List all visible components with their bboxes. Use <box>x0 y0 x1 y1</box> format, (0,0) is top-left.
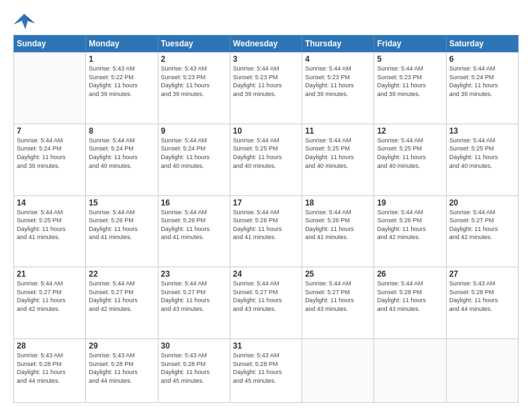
calendar-cell <box>14 52 86 124</box>
calendar-cell: 3Sunrise: 5:44 AM Sunset: 5:23 PM Daylig… <box>230 52 302 124</box>
cell-info: Sunrise: 5:44 AM Sunset: 5:24 PM Dayligh… <box>17 136 83 170</box>
calendar-cell: 1Sunrise: 5:43 AM Sunset: 5:22 PM Daylig… <box>86 52 158 124</box>
cell-info: Sunrise: 5:44 AM Sunset: 5:25 PM Dayligh… <box>233 136 299 170</box>
cell-info: Sunrise: 5:44 AM Sunset: 5:26 PM Dayligh… <box>89 208 154 242</box>
cell-info: Sunrise: 5:44 AM Sunset: 5:27 PM Dayligh… <box>17 279 83 313</box>
cell-info: Sunrise: 5:44 AM Sunset: 5:26 PM Dayligh… <box>161 208 227 242</box>
day-number: 20 <box>449 198 515 208</box>
calendar-cell: 11Sunrise: 5:44 AM Sunset: 5:25 PM Dayli… <box>302 124 374 195</box>
calendar-cell: 24Sunrise: 5:44 AM Sunset: 5:27 PM Dayli… <box>230 267 302 339</box>
logo <box>13 12 38 31</box>
day-number: 27 <box>449 269 515 279</box>
calendar-table: SundayMondayTuesdayWednesdayThursdayFrid… <box>13 35 519 403</box>
cell-info: Sunrise: 5:43 AM Sunset: 5:23 PM Dayligh… <box>161 64 227 98</box>
page: SundayMondayTuesdayWednesdayThursdayFrid… <box>0 0 532 411</box>
calendar-cell: 7Sunrise: 5:44 AM Sunset: 5:24 PM Daylig… <box>14 124 86 195</box>
day-number: 24 <box>233 269 299 279</box>
day-number: 30 <box>161 341 227 351</box>
calendar-week-row: 14Sunrise: 5:44 AM Sunset: 5:25 PM Dayli… <box>14 195 519 267</box>
calendar-cell: 23Sunrise: 5:44 AM Sunset: 5:27 PM Dayli… <box>158 267 230 339</box>
cell-info: Sunrise: 5:44 AM Sunset: 5:24 PM Dayligh… <box>89 136 154 170</box>
calendar-cell: 5Sunrise: 5:44 AM Sunset: 5:23 PM Daylig… <box>374 52 446 124</box>
calendar-cell: 21Sunrise: 5:44 AM Sunset: 5:27 PM Dayli… <box>14 267 86 339</box>
calendar-cell: 12Sunrise: 5:44 AM Sunset: 5:25 PM Dayli… <box>374 124 446 195</box>
calendar-day-header: Sunday <box>14 36 86 52</box>
day-number: 31 <box>233 341 299 351</box>
cell-info: Sunrise: 5:44 AM Sunset: 5:27 PM Dayligh… <box>89 279 154 313</box>
day-number: 5 <box>377 54 443 64</box>
logo-icon <box>13 12 35 31</box>
calendar-day-header: Wednesday <box>230 36 302 52</box>
calendar-day-header: Saturday <box>446 36 518 52</box>
day-number: 3 <box>233 54 299 64</box>
calendar-cell: 18Sunrise: 5:44 AM Sunset: 5:26 PM Dayli… <box>302 195 374 267</box>
cell-info: Sunrise: 5:44 AM Sunset: 5:23 PM Dayligh… <box>377 64 443 98</box>
calendar-day-header: Tuesday <box>158 36 230 52</box>
calendar-cell: 26Sunrise: 5:44 AM Sunset: 5:28 PM Dayli… <box>374 267 446 339</box>
cell-info: Sunrise: 5:44 AM Sunset: 5:24 PM Dayligh… <box>161 136 227 170</box>
calendar-cell: 10Sunrise: 5:44 AM Sunset: 5:25 PM Dayli… <box>230 124 302 195</box>
cell-info: Sunrise: 5:44 AM Sunset: 5:26 PM Dayligh… <box>377 208 443 242</box>
calendar-cell: 25Sunrise: 5:44 AM Sunset: 5:27 PM Dayli… <box>302 267 374 339</box>
cell-info: Sunrise: 5:44 AM Sunset: 5:25 PM Dayligh… <box>305 136 371 170</box>
day-number: 23 <box>161 269 227 279</box>
day-number: 10 <box>233 126 299 136</box>
calendar-cell: 27Sunrise: 5:43 AM Sunset: 5:28 PM Dayli… <box>446 267 518 339</box>
day-number: 19 <box>377 198 443 208</box>
calendar-week-row: 28Sunrise: 5:43 AM Sunset: 5:28 PM Dayli… <box>14 339 519 403</box>
cell-info: Sunrise: 5:44 AM Sunset: 5:23 PM Dayligh… <box>233 64 299 98</box>
calendar-cell: 2Sunrise: 5:43 AM Sunset: 5:23 PM Daylig… <box>158 52 230 124</box>
day-number: 9 <box>161 126 227 136</box>
cell-info: Sunrise: 5:44 AM Sunset: 5:23 PM Dayligh… <box>305 64 371 98</box>
calendar-cell: 4Sunrise: 5:44 AM Sunset: 5:23 PM Daylig… <box>302 52 374 124</box>
cell-info: Sunrise: 5:44 AM Sunset: 5:25 PM Dayligh… <box>377 136 443 170</box>
cell-info: Sunrise: 5:44 AM Sunset: 5:27 PM Dayligh… <box>449 208 515 242</box>
calendar-cell: 19Sunrise: 5:44 AM Sunset: 5:26 PM Dayli… <box>374 195 446 267</box>
calendar-cell <box>446 339 518 403</box>
calendar-cell: 16Sunrise: 5:44 AM Sunset: 5:26 PM Dayli… <box>158 195 230 267</box>
calendar-cell: 28Sunrise: 5:43 AM Sunset: 5:28 PM Dayli… <box>14 339 86 403</box>
day-number: 4 <box>305 54 371 64</box>
calendar-week-row: 1Sunrise: 5:43 AM Sunset: 5:22 PM Daylig… <box>14 52 519 124</box>
cell-info: Sunrise: 5:43 AM Sunset: 5:28 PM Dayligh… <box>233 351 299 385</box>
day-number: 2 <box>161 54 227 64</box>
calendar-cell <box>374 339 446 403</box>
day-number: 1 <box>89 54 154 64</box>
cell-info: Sunrise: 5:43 AM Sunset: 5:28 PM Dayligh… <box>449 279 515 313</box>
day-number: 12 <box>377 126 443 136</box>
calendar-cell: 9Sunrise: 5:44 AM Sunset: 5:24 PM Daylig… <box>158 124 230 195</box>
day-number: 6 <box>449 54 515 64</box>
calendar-day-header: Thursday <box>302 36 374 52</box>
calendar-cell: 6Sunrise: 5:44 AM Sunset: 5:24 PM Daylig… <box>446 52 518 124</box>
calendar-cell: 17Sunrise: 5:44 AM Sunset: 5:26 PM Dayli… <box>230 195 302 267</box>
day-number: 11 <box>305 126 371 136</box>
calendar-cell: 15Sunrise: 5:44 AM Sunset: 5:26 PM Dayli… <box>86 195 158 267</box>
cell-info: Sunrise: 5:44 AM Sunset: 5:26 PM Dayligh… <box>305 208 371 242</box>
calendar-cell: 29Sunrise: 5:43 AM Sunset: 5:28 PM Dayli… <box>86 339 158 403</box>
calendar-cell: 13Sunrise: 5:44 AM Sunset: 5:25 PM Dayli… <box>446 124 518 195</box>
cell-info: Sunrise: 5:44 AM Sunset: 5:26 PM Dayligh… <box>233 208 299 242</box>
day-number: 17 <box>233 198 299 208</box>
day-number: 7 <box>17 126 83 136</box>
calendar-cell <box>302 339 374 403</box>
calendar-cell: 20Sunrise: 5:44 AM Sunset: 5:27 PM Dayli… <box>446 195 518 267</box>
day-number: 21 <box>17 269 83 279</box>
day-number: 13 <box>449 126 515 136</box>
cell-info: Sunrise: 5:44 AM Sunset: 5:27 PM Dayligh… <box>161 279 227 313</box>
day-number: 25 <box>305 269 371 279</box>
day-number: 16 <box>161 198 227 208</box>
day-number: 8 <box>89 126 154 136</box>
calendar-cell: 14Sunrise: 5:44 AM Sunset: 5:25 PM Dayli… <box>14 195 86 267</box>
calendar-cell: 8Sunrise: 5:44 AM Sunset: 5:24 PM Daylig… <box>86 124 158 195</box>
day-number: 29 <box>89 341 154 351</box>
calendar-cell: 30Sunrise: 5:43 AM Sunset: 5:28 PM Dayli… <box>158 339 230 403</box>
cell-info: Sunrise: 5:43 AM Sunset: 5:28 PM Dayligh… <box>161 351 227 385</box>
calendar-cell: 22Sunrise: 5:44 AM Sunset: 5:27 PM Dayli… <box>86 267 158 339</box>
cell-info: Sunrise: 5:44 AM Sunset: 5:24 PM Dayligh… <box>449 64 515 98</box>
calendar-week-row: 7Sunrise: 5:44 AM Sunset: 5:24 PM Daylig… <box>14 124 519 195</box>
cell-info: Sunrise: 5:43 AM Sunset: 5:22 PM Dayligh… <box>89 64 154 98</box>
day-number: 18 <box>305 198 371 208</box>
calendar-cell: 31Sunrise: 5:43 AM Sunset: 5:28 PM Dayli… <box>230 339 302 403</box>
cell-info: Sunrise: 5:43 AM Sunset: 5:28 PM Dayligh… <box>89 351 154 385</box>
day-number: 14 <box>17 198 83 208</box>
